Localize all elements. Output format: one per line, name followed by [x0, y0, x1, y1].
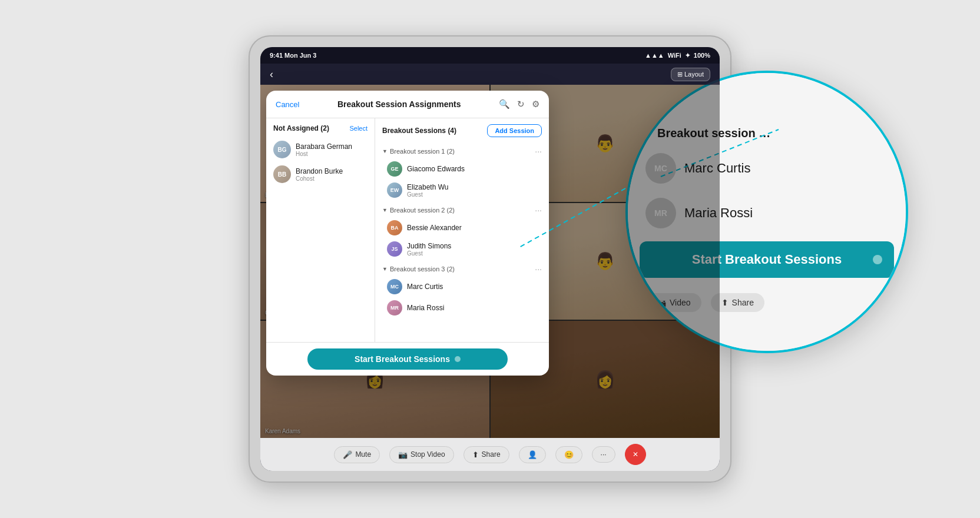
session-1-menu[interactable]: ···	[535, 147, 542, 156]
select-button[interactable]: Select	[349, 125, 368, 132]
more-button[interactable]: ···	[592, 446, 615, 463]
zoom-start-dot	[873, 255, 882, 264]
session-1-header: ▼ Breakout session 1 (2) ···	[375, 142, 549, 158]
layout-button[interactable]: ⊞ Layout	[671, 68, 710, 81]
avatar-brandon: BB	[273, 165, 291, 183]
left-panel-header: Not Assigned (2) Select	[266, 118, 375, 137]
participant-info-judith: Judith Simons Guest	[407, 242, 451, 257]
participant-item-brandon[interactable]: BB Brandon Burke Cohost	[266, 162, 375, 187]
cancel-button[interactable]: Cancel	[276, 100, 299, 109]
participant-info-giacomo: Giacomo Edwards	[407, 165, 465, 173]
session-1-participant-1[interactable]: GE Giacomo Edwards	[375, 158, 549, 180]
emoji-icon: 😊	[564, 450, 574, 459]
session-1-chevron: ▼	[382, 148, 388, 154]
session-3-participant-1[interactable]: MC Marc Curtis	[375, 276, 549, 297]
status-right: ▲▲▲ WiFi ✦ 100%	[645, 52, 710, 59]
session-1-participant-2[interactable]: EW Elizabeth Wu Guest	[375, 180, 549, 201]
session-1-header-left: ▼ Breakout session 1 (2)	[382, 148, 455, 155]
session-2-name: Breakout session 2 (2)	[390, 207, 455, 214]
bluetooth-icon: ✦	[685, 52, 690, 59]
status-time: 9:41 Mon Jun 3	[270, 52, 316, 59]
avatar-barabara: BG	[273, 141, 291, 158]
battery-level: 100%	[694, 52, 710, 59]
modal-body: Not Assigned (2) Select BG Barabara Germ…	[266, 118, 549, 342]
avatar-marc: MC	[387, 279, 402, 294]
modal-overlay: Cancel Breakout Session Assignments 🔍 ↻ …	[260, 85, 720, 438]
emoji-button[interactable]: 😊	[555, 446, 582, 463]
avatar-elizabeth: EW	[387, 182, 402, 198]
participant-name-bessie: Bessie Alexander	[407, 224, 462, 232]
avatar-maria: MR	[387, 300, 402, 316]
participant-name-barabara: Barabara German	[296, 142, 352, 151]
refresh-icon[interactable]: ↻	[517, 99, 525, 109]
modal-title: Breakout Session Assignments	[337, 99, 461, 109]
participants-button[interactable]: 👤	[519, 446, 546, 463]
participant-item-barabara[interactable]: BG Barabara German Host	[266, 137, 375, 162]
more-label: ···	[601, 450, 607, 459]
header-bar: ‹ ⊞ Layout	[260, 64, 720, 85]
left-panel: Not Assigned (2) Select BG Barabara Germ…	[266, 118, 375, 342]
participant-role-brandon: Cohost	[296, 175, 343, 182]
share-icon: ⬆	[472, 450, 479, 459]
session-2-participant-2[interactable]: JS Judith Simons Guest	[375, 238, 549, 260]
mic-icon: 🎤	[343, 450, 352, 459]
stop-video-label: Stop Video	[410, 450, 445, 459]
end-call-button[interactable]: ✕	[625, 444, 646, 465]
not-assigned-title: Not Assigned (2)	[273, 124, 329, 132]
participant-name-judith: Judith Simons	[407, 242, 451, 250]
tablet-frame: 9:41 Mon Jun 3 ▲▲▲ WiFi ✦ 100% ‹ ⊞ Layou…	[249, 35, 731, 483]
participant-name-elizabeth: Elizabeth Wu	[407, 183, 448, 191]
back-button[interactable]: ‹	[270, 68, 273, 81]
participant-role-judith: Guest	[407, 250, 451, 257]
share-button[interactable]: ⬆ Share	[463, 446, 509, 463]
participant-name-brandon: Brandon Burke	[296, 167, 343, 175]
search-icon[interactable]: 🔍	[499, 99, 510, 109]
session-2-chevron: ▼	[382, 207, 388, 213]
sessions-title: Breakout Sessions (4)	[382, 127, 456, 135]
toolbar: 🎤 Mute 📷 Stop Video ⬆ Share 👤 😊	[260, 438, 720, 471]
avatar-bessie: BA	[387, 220, 402, 235]
participant-info-elizabeth: Elizabeth Wu Guest	[407, 183, 448, 198]
session-2-menu[interactable]: ···	[535, 205, 542, 215]
participant-name-marc: Marc Curtis	[407, 283, 443, 291]
start-btn-label: Start Breakout Sessions	[355, 354, 450, 364]
modal-header-actions: 🔍 ↻ ⚙	[499, 99, 539, 109]
session-3-menu[interactable]: ···	[535, 264, 542, 274]
participant-info-barabara: Barabara German Host	[296, 142, 352, 157]
modal-header: Cancel Breakout Session Assignments 🔍 ↻ …	[266, 91, 549, 118]
session-2-header: ▼ Breakout session 2 (2) ···	[375, 201, 549, 217]
avatar-judith: JS	[387, 241, 402, 257]
person-icon: 👤	[528, 450, 537, 459]
session-2-participant-1[interactable]: BA Bessie Alexander	[375, 217, 549, 238]
session-3-header-left: ▼ Breakout session 3 (2)	[382, 265, 455, 273]
end-icon: ✕	[633, 450, 638, 459]
add-session-button[interactable]: Add Session	[487, 124, 542, 137]
participant-info-maria: Maria Rossi	[407, 304, 444, 312]
start-btn-dot	[455, 356, 461, 362]
session-3-name: Breakout session 3 (2)	[390, 265, 455, 273]
participant-role-barabara: Host	[296, 151, 352, 157]
participant-role-elizabeth: Guest	[407, 191, 448, 198]
participant-info-bessie: Bessie Alexander	[407, 224, 462, 232]
breakout-modal: Cancel Breakout Session Assignments 🔍 ↻ …	[266, 91, 549, 376]
participant-info-marc: Marc Curtis	[407, 283, 443, 291]
avatar-giacomo: GE	[387, 161, 402, 177]
video-icon: 📷	[398, 450, 408, 459]
mute-label: Mute	[355, 450, 371, 459]
start-breakout-button[interactable]: Start Breakout Sessions	[307, 348, 508, 370]
session-2-header-left: ▼ Breakout session 2 (2)	[382, 207, 455, 214]
stop-video-button[interactable]: 📷 Stop Video	[389, 446, 454, 463]
right-panel-header: Breakout Sessions (4) Add Session	[375, 118, 549, 142]
zoom-share-label: Share	[732, 298, 754, 307]
mute-button[interactable]: 🎤 Mute	[334, 446, 380, 463]
session-3-header: ▼ Breakout session 3 (2) ···	[375, 260, 549, 276]
wifi-icon: WiFi	[668, 52, 681, 59]
zoom-share-icon: ⬆	[721, 298, 729, 307]
session-3-participant-2[interactable]: MR Maria Rossi	[375, 297, 549, 318]
session-1-name: Breakout session 1 (2)	[390, 148, 455, 155]
right-panel: Breakout Sessions (4) Add Session ▼ Brea…	[375, 118, 549, 342]
participant-info-brandon: Brandon Burke Cohost	[296, 167, 343, 182]
participant-name-maria: Maria Rossi	[407, 304, 444, 312]
settings-icon[interactable]: ⚙	[532, 99, 539, 109]
share-label: Share	[482, 450, 501, 459]
